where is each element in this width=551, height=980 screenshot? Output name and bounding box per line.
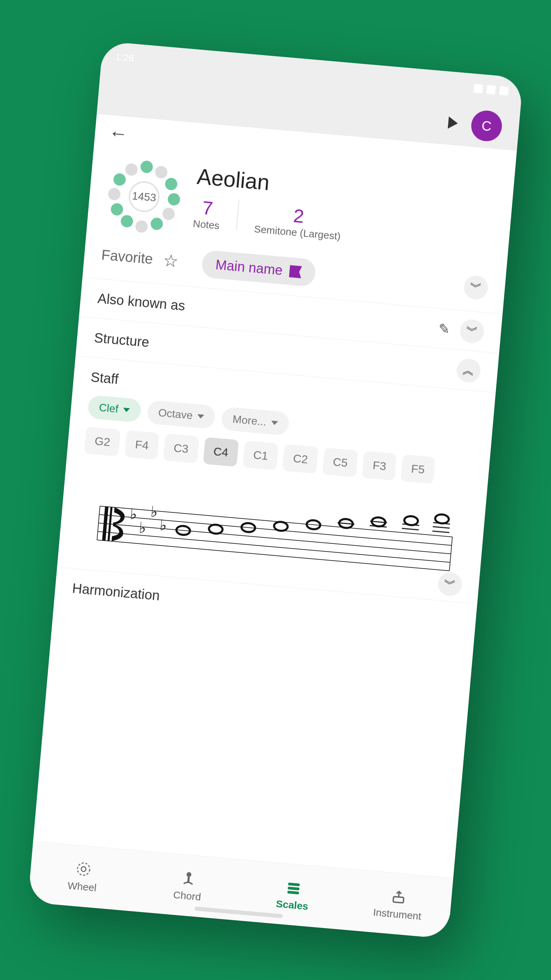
divider bbox=[237, 199, 240, 230]
stat-notes: 7 Notes bbox=[192, 196, 222, 231]
avatar[interactable]: C bbox=[470, 109, 503, 143]
clef-option[interactable]: C3 bbox=[163, 434, 199, 463]
staff-notation: ♭ ♭ ♭ ♭ bbox=[75, 463, 469, 592]
wheel-dot bbox=[140, 160, 153, 173]
clef-option[interactable]: G2 bbox=[84, 427, 121, 457]
chord-icon bbox=[179, 869, 198, 887]
svg-text:♭: ♭ bbox=[159, 517, 168, 534]
svg-line-4 bbox=[97, 540, 449, 571]
wheel-dot bbox=[167, 192, 181, 206]
svg-rect-36 bbox=[287, 891, 299, 894]
chevron-down-icon bbox=[197, 414, 205, 419]
nav-instrument[interactable]: Instrument bbox=[343, 869, 453, 939]
svg-point-16 bbox=[274, 521, 288, 531]
clef-option[interactable]: C2 bbox=[282, 444, 318, 474]
section-staff: Staff Clef Octave More... G2F4C3C bbox=[57, 356, 496, 604]
svg-line-3 bbox=[98, 531, 450, 563]
svg-rect-35 bbox=[288, 886, 300, 890]
nav-scales[interactable]: Scales bbox=[238, 860, 348, 930]
avatar-letter: C bbox=[481, 118, 492, 134]
stat-semitone: 2 Semitone (Largest) bbox=[254, 201, 343, 242]
svg-point-30 bbox=[77, 862, 90, 875]
svg-rect-37 bbox=[393, 896, 404, 903]
back-icon[interactable]: ← bbox=[108, 121, 129, 145]
svg-rect-34 bbox=[288, 882, 300, 886]
wheel-dot bbox=[162, 207, 175, 221]
wheel-center: 1453 bbox=[127, 180, 161, 213]
expand-button[interactable]: ︾ bbox=[463, 275, 489, 301]
status-icons bbox=[473, 84, 509, 95]
edit-icon[interactable]: ✎ bbox=[438, 321, 451, 337]
svg-point-31 bbox=[81, 866, 86, 872]
wheel-dot bbox=[135, 220, 148, 233]
play-icon[interactable] bbox=[448, 116, 458, 129]
favorite-label: Favorite bbox=[101, 247, 153, 267]
svg-text:♭: ♭ bbox=[138, 520, 147, 537]
wheel-dot bbox=[125, 163, 138, 176]
svg-line-25 bbox=[402, 528, 419, 530]
star-icon[interactable]: ☆ bbox=[162, 250, 179, 271]
clef-option[interactable]: F5 bbox=[401, 454, 435, 484]
svg-point-32 bbox=[186, 872, 192, 877]
clef-option[interactable]: C1 bbox=[243, 441, 279, 470]
wheel-dot bbox=[113, 173, 126, 186]
svg-text:♭: ♭ bbox=[150, 503, 159, 520]
scales-icon bbox=[284, 878, 303, 897]
wheel-icon bbox=[75, 859, 93, 878]
wheel-dot bbox=[155, 165, 168, 179]
svg-line-29 bbox=[432, 531, 449, 533]
wheel-dot bbox=[121, 215, 134, 228]
chevron-down-icon bbox=[123, 408, 130, 412]
scale-wheel[interactable]: 1453 bbox=[103, 156, 184, 237]
svg-line-28 bbox=[433, 527, 449, 528]
clef-option[interactable]: C5 bbox=[322, 447, 358, 477]
wheel-dot bbox=[110, 203, 124, 216]
clef-filter[interactable]: Clef bbox=[87, 395, 141, 423]
main-name-chip[interactable]: Main name bbox=[201, 250, 316, 287]
phone-frame: 1:26 C ← 1453 Aeoli bbox=[28, 41, 524, 939]
svg-point-14 bbox=[208, 524, 223, 534]
flag-icon bbox=[289, 265, 302, 278]
octave-filter[interactable]: Octave bbox=[147, 400, 216, 429]
chevron-down-icon bbox=[271, 421, 278, 425]
expand-button[interactable]: ︾ bbox=[459, 318, 485, 344]
status-time: 1:26 bbox=[115, 51, 134, 64]
clef-option[interactable]: F4 bbox=[124, 430, 159, 460]
clef-option[interactable]: C4 bbox=[203, 437, 239, 466]
collapse-button[interactable]: ︽ bbox=[456, 358, 482, 383]
nav-wheel[interactable]: Wheel bbox=[28, 842, 138, 911]
wheel-dot bbox=[165, 177, 178, 191]
more-filter[interactable]: More... bbox=[221, 407, 290, 436]
wheel-dot bbox=[108, 188, 121, 201]
instrument-icon bbox=[389, 888, 408, 906]
wheel-dot bbox=[150, 217, 163, 231]
main-name-text: Main name bbox=[215, 257, 283, 278]
svg-text:♭: ♭ bbox=[129, 506, 138, 523]
clef-option[interactable]: F3 bbox=[362, 451, 397, 480]
